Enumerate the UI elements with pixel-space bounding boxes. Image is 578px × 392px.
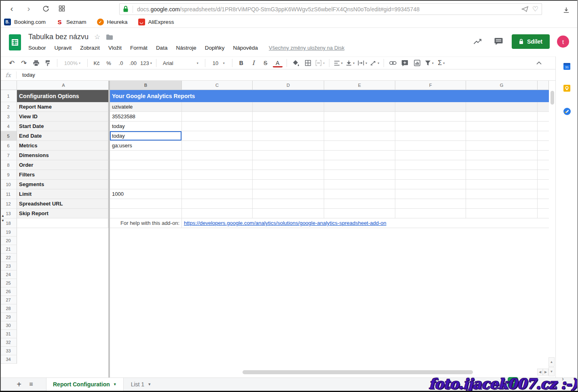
scroll-up-button[interactable]: ▲ xyxy=(548,357,555,367)
empty-cell[interactable] xyxy=(324,141,395,151)
empty-cell[interactable] xyxy=(538,189,549,199)
row-header-4[interactable]: 4 xyxy=(0,122,17,131)
empty-cell[interactable] xyxy=(17,287,549,296)
column-header-partial[interactable] xyxy=(538,81,549,90)
trend-insights-icon[interactable] xyxy=(473,38,482,45)
merge-cells-button[interactable]: ▾ xyxy=(315,58,325,68)
empty-cell[interactable] xyxy=(466,170,538,180)
scroll-left-button[interactable]: ◀ xyxy=(537,369,543,375)
horizontal-scrollbar-thumb[interactable] xyxy=(243,370,473,374)
more-formats-button[interactable]: 123▾ xyxy=(140,58,152,68)
bookmark-item[interactable]: ✓Heureka xyxy=(97,19,128,25)
help-label-cell[interactable]: For help with this add-on: xyxy=(110,218,182,228)
row-header-20[interactable]: 20 xyxy=(0,237,17,245)
insert-link-button[interactable] xyxy=(388,58,398,68)
config-label-cell[interactable]: Order xyxy=(17,160,108,170)
menu-data[interactable]: Data xyxy=(156,45,168,51)
empty-cell[interactable] xyxy=(17,313,549,321)
vertical-scrollbar-thumb[interactable] xyxy=(551,91,554,105)
bookmark-item[interactable]: ◡AliExpress xyxy=(138,19,174,25)
column-header-F[interactable]: F xyxy=(395,81,466,90)
cell-b1-report-title[interactable]: Your Google Analytics Reports xyxy=(110,90,549,102)
empty-cell[interactable] xyxy=(253,112,324,122)
empty-cell[interactable] xyxy=(395,102,466,112)
empty-cell[interactable] xyxy=(17,254,549,262)
config-label-cell[interactable]: Skip Report xyxy=(17,209,108,218)
empty-cell[interactable] xyxy=(324,112,395,122)
empty-cell[interactable] xyxy=(395,209,466,218)
empty-cell[interactable] xyxy=(466,180,538,189)
config-value-cell[interactable] xyxy=(110,160,182,170)
insert-comment-button[interactable] xyxy=(400,58,410,68)
empty-cell[interactable] xyxy=(253,189,324,199)
frozen-column-divider[interactable] xyxy=(108,81,110,377)
empty-cell[interactable] xyxy=(182,131,253,141)
help-link[interactable]: https://developers.google.com/analytics/… xyxy=(184,220,386,226)
empty-cell[interactable] xyxy=(253,122,324,131)
row-header-31[interactable]: 31 xyxy=(0,330,17,338)
menu-zobrazit[interactable]: Zobrazit xyxy=(80,45,100,51)
empty-cell[interactable] xyxy=(253,141,324,151)
empty-cell[interactable] xyxy=(17,355,549,364)
empty-cell[interactable] xyxy=(182,180,253,189)
empty-cell[interactable] xyxy=(538,151,549,160)
empty-cell[interactable] xyxy=(538,160,549,170)
config-label-cell[interactable]: Metrics xyxy=(17,141,108,151)
config-label-cell[interactable]: Spreadsheet URL xyxy=(17,199,108,209)
bookmark-item[interactable]: B.Booking.com xyxy=(4,19,46,25)
row-header-2[interactable]: 2 xyxy=(0,102,17,112)
empty-cell[interactable] xyxy=(182,209,253,218)
font-select[interactable]: Arial▾ xyxy=(160,58,201,68)
empty-cell[interactable] xyxy=(395,170,466,180)
comment-history-icon[interactable] xyxy=(494,38,503,46)
downloads-button[interactable] xyxy=(560,4,572,16)
empty-cell[interactable] xyxy=(17,338,549,347)
row-header-1[interactable]: 1 xyxy=(0,90,17,102)
move-folder-icon[interactable] xyxy=(106,34,113,40)
bookmark-item[interactable]: SSeznam xyxy=(56,19,86,25)
empty-cell[interactable] xyxy=(253,180,324,189)
config-value-cell[interactable]: ga:users xyxy=(110,141,182,151)
hidden-rows-expand-down-icon[interactable]: ▼ xyxy=(1,219,4,222)
empty-cell[interactable] xyxy=(466,209,538,218)
empty-cell[interactable] xyxy=(538,102,549,112)
menu-vlozit[interactable]: Vložit xyxy=(108,45,122,51)
empty-cell[interactable] xyxy=(538,170,549,180)
tab-dropdown-icon[interactable]: ▼ xyxy=(148,382,151,386)
row-header-6[interactable]: 6 xyxy=(0,141,17,151)
empty-cell[interactable] xyxy=(17,321,549,330)
row-header-29[interactable]: 29 xyxy=(0,313,17,321)
menu-upravit[interactable]: Upravit xyxy=(55,45,72,51)
empty-cell[interactable] xyxy=(17,296,549,304)
print-button[interactable] xyxy=(31,58,41,68)
increase-decimal-button[interactable]: .00 xyxy=(128,58,138,68)
empty-cell[interactable] xyxy=(466,160,538,170)
tab-dropdown-icon[interactable]: ▼ xyxy=(113,382,117,386)
empty-cell[interactable] xyxy=(538,141,549,151)
empty-cell[interactable] xyxy=(324,199,395,209)
empty-cell[interactable] xyxy=(182,170,253,180)
row-header-10[interactable]: 10 xyxy=(0,180,17,189)
empty-cell[interactable] xyxy=(395,141,466,151)
tab-tiles-button[interactable] xyxy=(56,2,68,15)
functions-button[interactable]: Σ▾ xyxy=(437,58,446,68)
row-header-30[interactable]: 30 xyxy=(0,321,17,330)
empty-cell[interactable] xyxy=(17,304,549,313)
calendar-icon[interactable]: 31 xyxy=(563,63,570,70)
row-header-27[interactable]: 27 xyxy=(0,296,17,304)
row-header-22[interactable]: 22 xyxy=(0,254,17,262)
empty-cell[interactable] xyxy=(466,131,538,141)
config-value-cell[interactable] xyxy=(110,199,182,209)
row-header-7[interactable]: 7 xyxy=(0,151,17,160)
share-button[interactable]: Sdílet xyxy=(512,34,550,49)
font-size-select[interactable]: 10▾ xyxy=(209,58,228,68)
config-label-cell[interactable]: Filters xyxy=(17,170,108,180)
sheet-tab-active[interactable]: Report Configuration ▼ xyxy=(46,378,124,391)
menu-nastroje[interactable]: Nástroje xyxy=(176,45,196,51)
column-header-A[interactable]: A xyxy=(17,81,110,90)
forward-button[interactable]: › xyxy=(23,2,35,15)
zoom-select[interactable]: 100%▾ xyxy=(61,58,83,68)
insert-chart-button[interactable] xyxy=(412,58,422,68)
fill-color-button[interactable] xyxy=(291,58,301,68)
empty-cell[interactable] xyxy=(324,170,395,180)
